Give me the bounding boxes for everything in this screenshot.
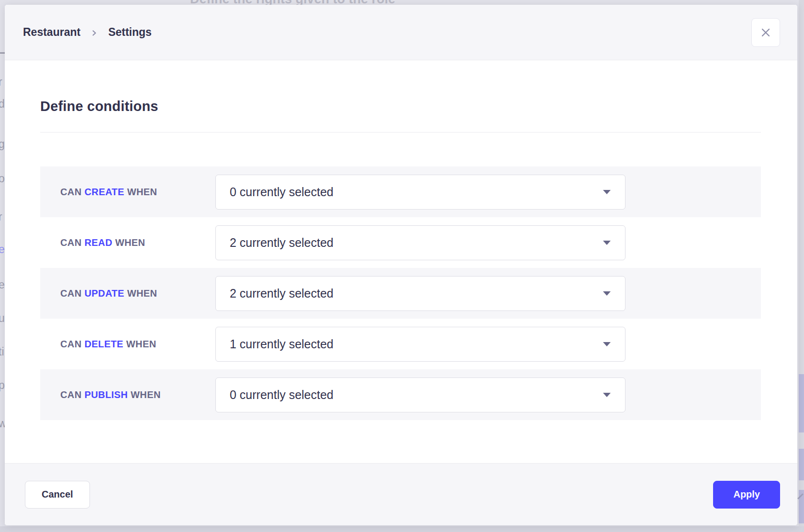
define-conditions-modal: Restaurant Settings Define conditions CA… bbox=[5, 5, 797, 525]
permission-row-label: CAN DELETE WHEN bbox=[40, 339, 215, 350]
action-label: READ bbox=[85, 237, 112, 248]
select-value: 0 currently selected bbox=[230, 185, 334, 199]
permission-row-label: CAN PUBLISH WHEN bbox=[40, 389, 215, 400]
background-bottom-strip bbox=[0, 526, 804, 532]
can-label: CAN bbox=[60, 288, 82, 299]
breadcrumb-item-settings: Settings bbox=[108, 26, 152, 39]
permission-row-update: CAN UPDATE WHEN 2 currently selected bbox=[40, 268, 761, 319]
chevron-down-icon bbox=[603, 241, 611, 245]
permission-row-read: CAN READ WHEN 2 currently selected bbox=[40, 217, 761, 268]
x-icon bbox=[760, 27, 771, 38]
can-label: CAN bbox=[60, 389, 82, 400]
chevron-down-icon bbox=[603, 190, 611, 194]
read-conditions-select[interactable]: 2 currently selected bbox=[215, 225, 625, 260]
chevron-down-icon bbox=[603, 342, 611, 346]
background-text-fragment: o bbox=[0, 172, 5, 185]
modal-header: Restaurant Settings bbox=[5, 5, 797, 60]
can-label: CAN bbox=[60, 237, 82, 248]
permission-row-label: CAN UPDATE WHEN bbox=[40, 288, 215, 299]
apply-button[interactable]: Apply bbox=[713, 481, 780, 509]
chevron-right-icon bbox=[91, 30, 98, 36]
update-conditions-select[interactable]: 2 currently selected bbox=[215, 276, 625, 311]
delete-conditions-select[interactable]: 1 currently selected bbox=[215, 327, 625, 362]
select-value: 0 currently selected bbox=[230, 388, 334, 402]
action-label: PUBLISH bbox=[85, 389, 128, 400]
background-scrollbar-thumb bbox=[799, 449, 804, 480]
permission-row-publish: CAN PUBLISH WHEN 0 currently selected bbox=[40, 369, 761, 420]
when-label: WHEN bbox=[115, 237, 145, 248]
modal-footer: Cancel Apply bbox=[5, 463, 797, 525]
chevron-down-icon bbox=[603, 393, 611, 397]
background-text-fragment: p bbox=[0, 379, 5, 392]
action-label: CREATE bbox=[85, 187, 124, 197]
background-text-fragment: d bbox=[0, 98, 5, 111]
background-text-fragment: ti bbox=[0, 345, 4, 358]
background-text-fragment: e bbox=[0, 243, 5, 256]
permission-row-create: CAN CREATE WHEN 0 currently selected bbox=[40, 166, 761, 217]
background-text-fragment: r bbox=[0, 76, 2, 89]
publish-conditions-select[interactable]: 0 currently selected bbox=[215, 377, 625, 412]
dialog-title: Define conditions bbox=[40, 60, 761, 114]
background-text-fragment: u bbox=[0, 312, 5, 325]
background-scrollbar-thumb bbox=[799, 374, 804, 432]
cancel-button[interactable]: Cancel bbox=[25, 481, 90, 509]
permission-row-label: CAN CREATE WHEN bbox=[40, 187, 215, 198]
when-label: WHEN bbox=[127, 288, 157, 299]
can-label: CAN bbox=[60, 187, 82, 197]
close-button[interactable] bbox=[751, 18, 780, 47]
modal-body: Define conditions CAN CREATE WHEN 0 curr… bbox=[5, 60, 797, 463]
select-value: 2 currently selected bbox=[230, 287, 334, 300]
background-text-fragment: r bbox=[0, 211, 2, 223]
breadcrumb-item-restaurant: Restaurant bbox=[23, 26, 80, 39]
when-label: WHEN bbox=[126, 339, 156, 349]
permission-rows: CAN CREATE WHEN 0 currently selected CAN… bbox=[40, 166, 761, 420]
action-label: UPDATE bbox=[85, 288, 124, 299]
breadcrumb: Restaurant Settings bbox=[23, 26, 152, 39]
can-label: CAN bbox=[60, 339, 82, 349]
permission-row-delete: CAN DELETE WHEN 1 currently selected bbox=[40, 319, 761, 369]
action-label: DELETE bbox=[85, 339, 123, 349]
create-conditions-select[interactable]: 0 currently selected bbox=[215, 175, 625, 210]
chevron-down-icon bbox=[603, 291, 611, 296]
permission-row-label: CAN READ WHEN bbox=[40, 237, 215, 248]
when-label: WHEN bbox=[131, 389, 161, 400]
background-text-fragment: g bbox=[0, 138, 5, 151]
title-divider bbox=[40, 132, 761, 133]
select-value: 2 currently selected bbox=[230, 236, 334, 250]
when-label: WHEN bbox=[127, 187, 157, 197]
select-value: 1 currently selected bbox=[230, 337, 334, 351]
